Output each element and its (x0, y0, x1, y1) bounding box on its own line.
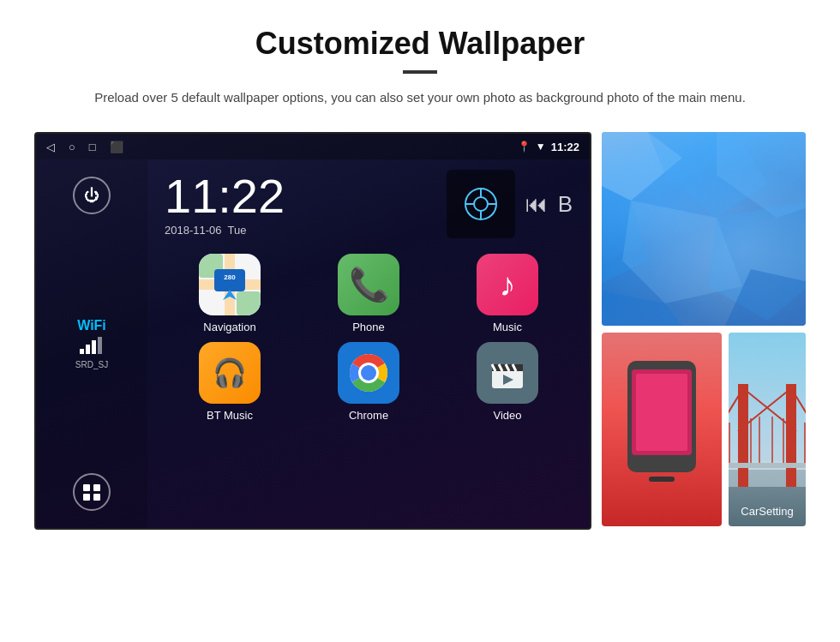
svg-rect-1 (86, 345, 90, 354)
wallpaper-ice[interactable] (602, 132, 806, 326)
media-widget[interactable] (447, 170, 515, 238)
carsetting-label: CarSetting (729, 505, 806, 518)
app-item-music[interactable]: ♪ Music (442, 254, 573, 333)
svg-text:280: 280 (224, 273, 236, 281)
home-icon[interactable]: ○ (69, 141, 75, 153)
wallpaper-device[interactable] (602, 333, 722, 526)
page-title: Customized Wallpaper (255, 26, 585, 62)
recents-icon[interactable]: □ (89, 141, 96, 153)
navigation-icon: 280 (199, 254, 261, 315)
app-item-btmusic[interactable]: 🎧 BT Music (165, 342, 295, 422)
main-area: 11:22 2018-11-06 Tue (147, 159, 590, 528)
wallpaper-panels: CarSetting (602, 132, 806, 526)
clock-area: 11:22 2018-11-06 Tue (147, 159, 590, 245)
svg-rect-58 (729, 463, 806, 468)
power-icon: ⏻ (84, 187, 99, 205)
status-bar: ◁ ○ □ ⬛ 📍 ▼ 11:22 (36, 134, 590, 159)
location-icon: 📍 (518, 141, 531, 153)
content-area: ◁ ○ □ ⬛ 📍 ▼ 11:22 ⏻ WiFi (34, 132, 806, 530)
back-icon[interactable]: ◁ (46, 141, 55, 153)
svg-rect-39 (636, 374, 687, 451)
clock-section: 11:22 2018-11-06 Tue (165, 172, 429, 237)
media-icons: ⏮ B (447, 170, 573, 238)
status-icons: 📍 ▼ 11:22 (518, 141, 579, 153)
wallpaper-bridge[interactable]: CarSetting (729, 333, 806, 526)
btmusic-label: BT Music (207, 409, 253, 422)
video-label: Video (493, 409, 521, 422)
app-item-phone[interactable]: 📞 Phone (303, 254, 434, 333)
video-icon (477, 342, 538, 404)
screen-body: ⏻ WiFi SRD_SJ (36, 159, 590, 528)
svg-rect-44 (738, 384, 748, 487)
next-track-button[interactable]: B (558, 191, 573, 218)
app-item-navigation[interactable]: 280 Navigation (165, 254, 295, 333)
prev-track-button[interactable]: ⏮ (525, 191, 548, 218)
app-grid: 280 Navigation 📞 Phone (147, 245, 590, 435)
power-button[interactable]: ⏻ (73, 177, 111, 214)
wallpaper-bottom-row: CarSetting (602, 333, 806, 526)
screenshot-icon[interactable]: ⬛ (110, 141, 123, 153)
clock-date: 2018-11-06 Tue (165, 224, 429, 237)
phone-icon: 📞 (338, 254, 399, 315)
chrome-label: Chrome (349, 409, 388, 422)
svg-rect-2 (92, 340, 96, 354)
wifi-widget: WiFi SRD_SJ (75, 318, 108, 369)
status-time: 11:22 (551, 141, 579, 153)
phone-label: Phone (352, 321, 385, 333)
apps-grid-icon (83, 484, 100, 501)
svg-rect-40 (649, 477, 675, 482)
clock-time: 11:22 (165, 172, 429, 220)
wifi-bars (75, 335, 108, 358)
svg-point-21 (361, 365, 376, 381)
apps-button[interactable] (73, 473, 111, 511)
music-label: Music (493, 321, 522, 333)
svg-rect-14 (237, 291, 261, 315)
sidebar: ⏻ WiFi SRD_SJ (36, 159, 147, 528)
app-item-chrome[interactable]: Chrome (303, 342, 434, 422)
nav-icons: ◁ ○ □ ⬛ (46, 141, 123, 153)
music-icon: ♪ (477, 254, 538, 315)
page-subtitle: Preload over 5 default wallpaper options… (94, 87, 746, 108)
android-screen: ◁ ○ □ ⬛ 📍 ▼ 11:22 ⏻ WiFi (34, 132, 591, 530)
app-item-video[interactable]: Video (442, 342, 573, 422)
navigation-label: Navigation (203, 321, 255, 333)
wifi-label: WiFi (75, 318, 108, 333)
signal-icon: ▼ (536, 141, 546, 153)
chrome-icon (338, 342, 399, 404)
svg-rect-0 (80, 349, 84, 354)
svg-point-5 (474, 197, 488, 211)
title-divider (403, 70, 437, 74)
btmusic-icon: 🎧 (199, 342, 261, 404)
svg-rect-3 (98, 337, 102, 354)
svg-rect-45 (786, 384, 796, 487)
wifi-ssid: SRD_SJ (75, 360, 108, 369)
